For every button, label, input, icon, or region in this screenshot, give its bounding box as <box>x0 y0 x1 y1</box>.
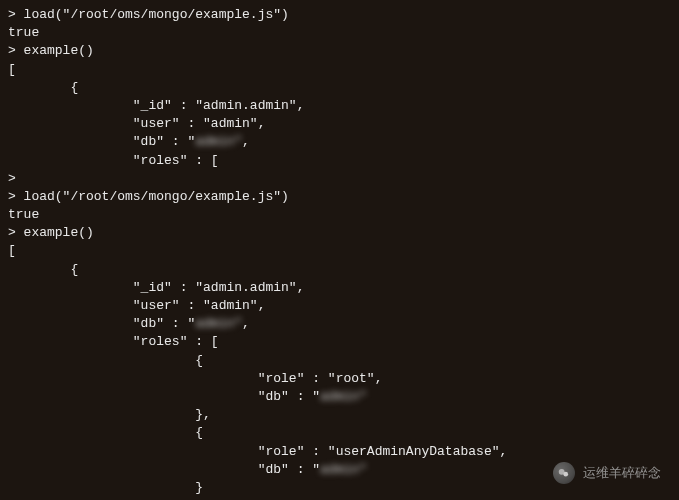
command-line: > load("/root/oms/mongo/example.js") <box>8 6 671 24</box>
watermark-text: 运维羊碎碎念 <box>583 464 661 482</box>
redacted-text: admin" <box>195 315 242 333</box>
watermark: 运维羊碎碎念 <box>553 462 661 484</box>
output-line: "db" : "admin", <box>8 133 671 151</box>
command-line: > example() <box>8 224 671 242</box>
output-line: "_id" : "admin.admin", <box>8 97 671 115</box>
svg-point-1 <box>563 472 568 477</box>
output-line: "db" : "admin", <box>8 315 671 333</box>
output-line: "roles" : [ <box>8 152 671 170</box>
output-line: { <box>8 261 671 279</box>
redacted-text: admin" <box>195 133 242 151</box>
terminal-output: > load("/root/oms/mongo/example.js") tru… <box>8 6 671 500</box>
output-line: "roles" : [ <box>8 333 671 351</box>
output-line: "user" : "admin", <box>8 297 671 315</box>
wechat-icon <box>553 462 575 484</box>
output-line: "db" : "admin" <box>8 388 671 406</box>
redacted-text: admin" <box>320 388 367 406</box>
output-line: { <box>8 424 671 442</box>
output-line: { <box>8 79 671 97</box>
prompt-line: > <box>8 170 671 188</box>
output-line: "_id" : "admin.admin", <box>8 279 671 297</box>
output-line: "role" : "userAdminAnyDatabase", <box>8 443 671 461</box>
command-line: > example() <box>8 42 671 60</box>
output-line: "role" : "root", <box>8 370 671 388</box>
output-line: { <box>8 352 671 370</box>
result-line: true <box>8 24 671 42</box>
output-line: }, <box>8 406 671 424</box>
result-line: true <box>8 206 671 224</box>
command-line: > load("/root/oms/mongo/example.js") <box>8 188 671 206</box>
output-line: [ <box>8 242 671 260</box>
output-line: "user" : "admin", <box>8 115 671 133</box>
redacted-text: admin" <box>320 461 367 479</box>
output-line: [ <box>8 61 671 79</box>
